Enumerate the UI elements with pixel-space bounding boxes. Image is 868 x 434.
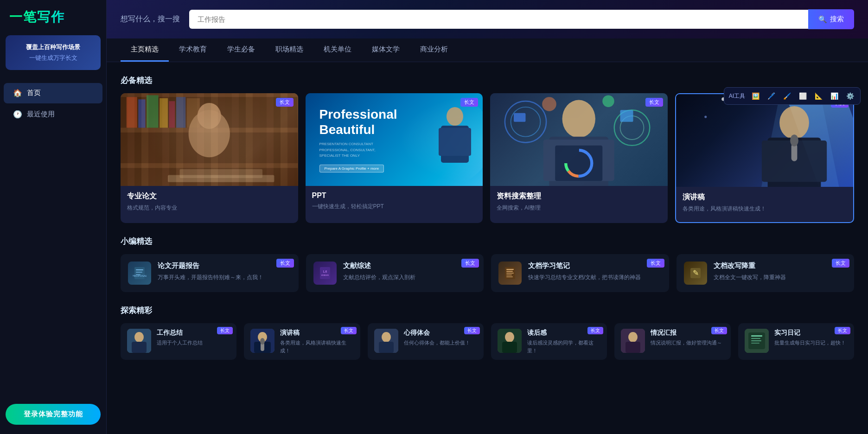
search-input[interactable] xyxy=(189,10,808,29)
toolbar-image-icon[interactable]: 🖼️ xyxy=(750,90,761,102)
speech-title: 演讲稿 xyxy=(683,192,847,202)
sidebar-item-home[interactable]: 🏠 首页 xyxy=(4,83,102,103)
svg-text:erature: erature xyxy=(321,274,329,276)
svg-text:✎: ✎ xyxy=(692,269,698,277)
clock-icon: 🕐 xyxy=(13,110,22,119)
svg-point-12 xyxy=(198,103,221,129)
card-notes[interactable]: 文档学习笔记 快速学习总结专业文档/文献，把书读薄的神器 长文 xyxy=(491,254,669,292)
sidebar-home-label: 首页 xyxy=(27,89,41,97)
ppt-title-text: ProfessionalBeautiful xyxy=(319,107,397,138)
card-literature[interactable]: Lit erature 文献综述 文献总结评价，观点深入剖析 长文 xyxy=(306,254,484,292)
tab-home[interactable]: 主页精选 xyxy=(121,38,169,62)
ppt-title: PPT xyxy=(312,191,477,200)
svg-rect-51 xyxy=(506,269,514,270)
toolbar-save-icon[interactable]: 📊 xyxy=(829,90,840,102)
svg-rect-74 xyxy=(625,342,640,353)
svg-rect-5 xyxy=(138,99,145,128)
ppt-image: ProfessionalBeautiful PRESENTATION CONSU… xyxy=(306,93,483,186)
research-title: 资料搜索整理 xyxy=(497,191,661,201)
paper-title: 专业论文 xyxy=(127,191,292,201)
rewrite-desc: 文档全文一键改写，降重神器 xyxy=(714,273,786,281)
work-summary-badge: 长文 xyxy=(217,327,233,334)
speech-desc: 各类用途，风格演讲稿快速生成！ xyxy=(683,204,847,213)
svg-text:PROPOSAL: PROPOSAL xyxy=(133,274,147,277)
experience-title: 心得体会 xyxy=(404,329,470,337)
editor-picks-title: 小编精选 xyxy=(121,236,854,247)
card-ppt[interactable]: ProfessionalBeautiful PRESENTATION CONSU… xyxy=(306,93,483,223)
work-summary-title: 工作总结 xyxy=(157,329,203,337)
search-button[interactable]: 🔍 搜索 xyxy=(808,9,854,29)
situation-report-desc: 情况说明汇报，做好管理沟通～ xyxy=(651,339,722,347)
card-proposal[interactable]: PROPOSAL 论文开题报告 万事开头难，开题报告特别难～来，点我！ 长文 xyxy=(121,254,299,292)
svg-point-34 xyxy=(779,106,809,139)
search-bar: 🔍 搜索 xyxy=(189,9,854,29)
explore-work-summary[interactable]: 工作总结 适用于个人工作总结 长文 xyxy=(121,323,236,360)
ppt-info: PPT 一键快速生成，轻松搞定PPT xyxy=(306,186,483,216)
tab-gov[interactable]: 机关单位 xyxy=(313,38,362,62)
literature-icon: Lit erature xyxy=(313,262,337,285)
toolbar-resize-icon[interactable]: 📐 xyxy=(813,90,824,102)
rewrite-title: 文档改写降重 xyxy=(714,262,786,270)
svg-rect-4 xyxy=(127,97,137,128)
tab-business[interactable]: 商业分析 xyxy=(410,38,458,62)
svg-rect-60 xyxy=(132,342,147,353)
explore-speech[interactable]: 演讲稿 各类用途，风格演讲稿快速生成！ 长文 xyxy=(244,323,360,360)
logo-area: 一笔写作 xyxy=(0,0,106,31)
svg-rect-43 xyxy=(136,269,143,270)
speech-image xyxy=(676,94,854,187)
speech-info: 演讲稿 各类用途，风格演讲稿快速生成！ xyxy=(676,187,854,218)
review-badge: 长文 xyxy=(587,327,603,334)
research-badge: 长文 xyxy=(645,98,663,107)
svg-rect-53 xyxy=(506,273,514,274)
sidebar-banner: 覆盖上百种写作场景 一键生成万字长文 xyxy=(6,35,101,70)
card-research[interactable]: 长文 资料搜索整理 全网搜索，AI整理 xyxy=(490,93,668,223)
svg-point-38 xyxy=(790,134,798,147)
svg-rect-17 xyxy=(439,128,471,156)
card-rewrite[interactable]: ✎ 文档改写降重 文档全文一键改写，降重神器 长文 xyxy=(677,254,855,292)
toolbar-highlight-icon[interactable]: 🖌️ xyxy=(781,90,792,102)
login-button[interactable]: 登录体验完整功能 xyxy=(6,404,101,425)
tab-media[interactable]: 媒体文学 xyxy=(362,38,410,62)
explore-section-title: 探索精彩 xyxy=(121,305,854,316)
explore-review[interactable]: 读后感 读后感没灵感的同学，都看这里！ 长文 xyxy=(491,323,607,360)
card-paper[interactable]: 长文 专业论文 格式规范，内容专业 xyxy=(121,93,298,223)
svg-rect-42 xyxy=(134,267,145,279)
svg-rect-14 xyxy=(180,169,263,178)
proposal-title: 论文开题报告 xyxy=(158,262,263,270)
svg-rect-68 xyxy=(379,342,394,353)
research-image xyxy=(490,93,668,186)
notes-icon xyxy=(498,262,522,285)
work-summary-thumb xyxy=(127,329,151,353)
literature-title: 文献综述 xyxy=(343,262,415,270)
svg-rect-26 xyxy=(620,110,633,122)
toolbar-square-icon[interactable]: ⬜ xyxy=(797,90,808,102)
explore-experience[interactable]: 心得体会 任何心得体会，都能上价值！ 长文 xyxy=(368,323,484,360)
tab-student[interactable]: 学生必备 xyxy=(217,38,265,62)
svg-point-18 xyxy=(562,100,595,138)
speech2-badge: 长文 xyxy=(341,327,357,334)
editor-picks-row: PROPOSAL 论文开题报告 万事开头难，开题报告特别难～来，点我！ 长文 L… xyxy=(121,254,854,292)
review-desc: 读后感没灵感的同学，都看这里！ xyxy=(527,339,600,354)
explore-situation-report[interactable]: 情况汇报 情况说明汇报，做好管理沟通～ 长文 xyxy=(614,323,730,360)
sidebar-nav: 🏠 首页 🕐 最近使用 xyxy=(0,82,106,396)
tab-workplace[interactable]: 职场精选 xyxy=(265,38,313,62)
card-speech[interactable]: 长文 演讲稿 各类用途，风格演讲稿快速生成！ xyxy=(675,93,855,223)
rewrite-badge: 长文 xyxy=(832,259,849,268)
toolbar-settings-icon[interactable]: ⚙️ xyxy=(844,90,855,102)
sidebar-item-recent[interactable]: 🕐 最近使用 xyxy=(4,104,102,125)
featured-row: 长文 专业论文 格式规范，内容专业 ProfessionalBeautiful … xyxy=(121,93,854,223)
ai-toolbar: AI工具 🖼️ 🖊️ 🖌️ ⬜ 📐 📊 ⚙️ xyxy=(724,87,861,105)
svg-point-67 xyxy=(382,332,391,342)
ppt-badge: 长文 xyxy=(460,98,478,107)
svg-rect-25 xyxy=(514,113,526,122)
nav-tabs: 主页精选 学术教育 学生必备 职场精选 机关单位 媒体文学 商业分析 xyxy=(107,38,868,62)
content-area: 必备精选 xyxy=(107,62,868,434)
toolbar-pen-icon[interactable]: 🖊️ xyxy=(766,90,777,102)
svg-rect-7 xyxy=(160,98,168,128)
app-logo: 一笔写作 xyxy=(9,8,97,26)
explore-intern-diary[interactable]: 实习日记 批量生成每日实习日记，超快！ 长文 xyxy=(738,323,854,360)
explore-row: 工作总结 适用于个人工作总结 长文 xyxy=(121,323,854,360)
paper-info: 专业论文 格式规范，内容专业 xyxy=(121,186,298,217)
tab-academic[interactable]: 学术教育 xyxy=(169,38,217,62)
experience-desc: 任何心得体会，都能上价值！ xyxy=(404,339,470,347)
